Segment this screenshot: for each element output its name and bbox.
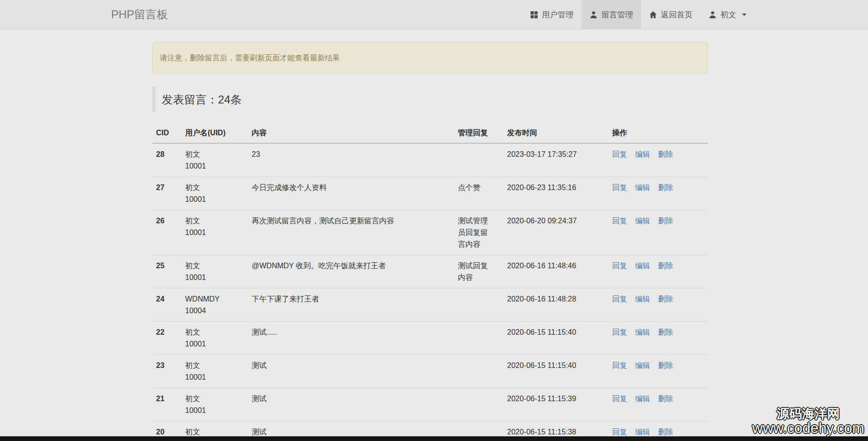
cell-post-time: 2023-03-17 17:35:27 [503, 143, 608, 177]
edit-link[interactable]: 编辑 [635, 295, 650, 303]
cell-actions: 回复编辑删除 [608, 143, 708, 177]
header-accent-bar [152, 87, 156, 112]
column-header: 内容 [248, 123, 454, 143]
cell-content: 今日完成修改个人资料 [248, 177, 454, 210]
table-row: 28初文10001232023-03-17 17:35:27回复编辑删除 [152, 143, 708, 177]
edit-link[interactable]: 编辑 [635, 184, 650, 191]
nav-item-home[interactable]: 返回首页 [641, 0, 701, 29]
alert-warning: 请注意，删除留言后，需要刷新页面才能查看最新结果 [152, 42, 708, 74]
navbar: PHP留言板 用户管理留言管理返回首页初文 [0, 0, 868, 29]
cell-cid: 22 [152, 322, 181, 355]
username: 初文 [185, 393, 244, 404]
cell-content: 测试 [248, 388, 454, 421]
reply-link[interactable]: 回复 [612, 395, 627, 403]
cell-content: 测试..... [248, 322, 454, 355]
cell-admin-reply: 测试回复内容 [454, 255, 503, 288]
delete-link[interactable]: 删除 [658, 262, 673, 270]
table-row: 27初文10001今日完成修改个人资料点个赞2020-06-23 11:35:1… [152, 177, 708, 210]
table-head: CID用户名(UID)内容管理回复发布时间操作 [152, 123, 708, 143]
username: WDNMDY [185, 293, 244, 305]
cell-cid: 28 [152, 143, 181, 177]
reply-link[interactable]: 回复 [612, 262, 627, 270]
delete-link[interactable]: 删除 [658, 295, 673, 303]
table-body: 28初文10001232023-03-17 17:35:27回复编辑删除27初文… [152, 143, 708, 441]
username: 初文 [185, 148, 244, 160]
uid: 10001 [185, 338, 244, 350]
username: 初文 [185, 215, 244, 227]
cell-cid: 25 [152, 255, 181, 288]
edit-link[interactable]: 编辑 [635, 150, 650, 158]
cell-actions: 回复编辑删除 [608, 177, 708, 210]
cell-cid: 23 [152, 355, 181, 388]
reply-link[interactable]: 回复 [612, 295, 627, 303]
username: 初文 [185, 182, 244, 193]
reply-link[interactable]: 回复 [612, 361, 627, 369]
username: 初文 [185, 360, 244, 371]
cell-content: 23 [248, 143, 454, 177]
username: 初文 [185, 326, 244, 338]
navbar-menu: 用户管理留言管理返回首页初文 [522, 0, 755, 29]
cell-admin-reply [454, 288, 503, 322]
nav-item-users[interactable]: 用户管理 [522, 0, 582, 29]
cell-user: 初文10001 [181, 255, 248, 288]
delete-link[interactable]: 删除 [658, 361, 673, 369]
cell-actions: 回复编辑删除 [608, 288, 708, 322]
cell-post-time: 2020-06-15 11:15:39 [503, 388, 608, 421]
nav-item-account[interactable]: 初文 [701, 0, 755, 29]
table-row: 23初文10001测试2020-06-15 11:15:40回复编辑删除 [152, 355, 708, 388]
cell-post-time: 2020-06-15 11:15:40 [503, 355, 608, 388]
alert-text: 请注意，删除留言后，需要刷新页面才能查看最新结果 [160, 54, 340, 62]
edit-link[interactable]: 编辑 [635, 217, 650, 225]
uid: 10001 [185, 272, 244, 283]
grid-icon [530, 11, 538, 19]
delete-link[interactable]: 删除 [658, 184, 673, 191]
edit-link[interactable]: 编辑 [635, 428, 650, 436]
cell-admin-reply: 测试管理员回复留言内容 [454, 210, 503, 255]
nav-item-label: 初文 [720, 9, 736, 20]
cell-content: 测试 [248, 355, 454, 388]
column-header: 操作 [608, 123, 708, 143]
table-row: 22初文10001测试.....2020-06-15 11:15:40回复编辑删… [152, 322, 708, 355]
reply-link[interactable]: 回复 [612, 217, 627, 225]
cell-post-time: 2020-06-23 11:35:16 [503, 177, 608, 210]
cell-actions: 回复编辑删除 [608, 388, 708, 421]
edit-link[interactable]: 编辑 [635, 361, 650, 369]
delete-link[interactable]: 删除 [658, 395, 673, 403]
cell-cid: 26 [152, 210, 181, 255]
cell-content: @WDNMDY 收到。吃完午饭就来打王者 [248, 255, 454, 288]
edit-link[interactable]: 编辑 [635, 395, 650, 403]
cell-user: 初文10001 [181, 322, 248, 355]
user-icon [590, 11, 598, 19]
uid: 10004 [185, 305, 244, 316]
cell-content: 再次测试留言内容，测试自己更新留言内容 [248, 210, 454, 255]
uid: 10001 [185, 160, 244, 172]
reply-link[interactable]: 回复 [612, 184, 627, 191]
cell-user: 初文10001 [181, 210, 248, 255]
app-title: PHP留言板 [111, 7, 168, 22]
table-row: 21初文10001测试2020-06-15 11:15:39回复编辑删除 [152, 388, 708, 421]
cell-actions: 回复编辑删除 [608, 210, 708, 255]
cell-user: WDNMDY10004 [181, 288, 248, 322]
main-content: 请注意，删除留言后，需要刷新页面才能查看最新结果 发表留言：24条 CID用户名… [152, 29, 708, 441]
watermark-line1: 源码海洋网 [752, 408, 864, 420]
reply-link[interactable]: 回复 [612, 428, 627, 436]
delete-link[interactable]: 删除 [658, 328, 673, 336]
cell-post-time: 2020-06-16 11:48:28 [503, 288, 608, 322]
uid: 10001 [185, 227, 244, 238]
column-header: 用户名(UID) [181, 123, 248, 143]
table-row: 25初文10001@WDNMDY 收到。吃完午饭就来打王者测试回复内容2020-… [152, 255, 708, 288]
delete-link[interactable]: 删除 [658, 217, 673, 225]
nav-item-messages[interactable]: 留言管理 [582, 0, 641, 29]
cell-post-time: 2020-06-16 11:48:46 [503, 255, 608, 288]
edit-link[interactable]: 编辑 [635, 262, 650, 270]
delete-link[interactable]: 删除 [658, 150, 673, 158]
reply-link[interactable]: 回复 [612, 150, 627, 158]
user-icon [709, 11, 717, 19]
reply-link[interactable]: 回复 [612, 328, 627, 336]
nav-item-label: 返回首页 [661, 9, 693, 20]
cell-actions: 回复编辑删除 [608, 322, 708, 355]
uid: 10001 [185, 404, 244, 416]
delete-link[interactable]: 删除 [658, 428, 673, 436]
table-row: 24WDNMDY10004下午下课了来打王者2020-06-16 11:48:2… [152, 288, 708, 322]
edit-link[interactable]: 编辑 [635, 328, 650, 336]
